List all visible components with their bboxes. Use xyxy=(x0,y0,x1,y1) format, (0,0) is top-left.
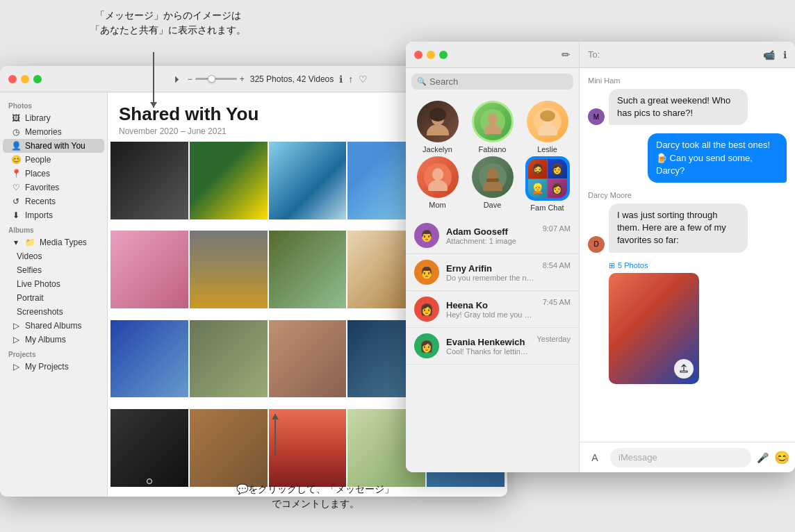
contact-bubble-mom[interactable]: Mom xyxy=(411,156,464,212)
contact-bubble-fabiano[interactable]: Fabiano xyxy=(466,101,518,153)
imports-icon: ⬇ xyxy=(11,210,21,220)
emoji-icon[interactable]: 😊 xyxy=(774,450,789,465)
sidebar-item-shared-albums[interactable]: ▷ Shared Albums xyxy=(3,319,104,333)
sidebar-item-my-projects[interactable]: ▷ My Projects xyxy=(3,360,104,374)
header-icons: 📹 ℹ xyxy=(763,49,787,60)
conv-preview-adam: Attachment: 1 image xyxy=(446,237,536,245)
shared-icon: 👤 xyxy=(11,141,21,151)
sidebar-item-portrait[interactable]: Portrait xyxy=(3,291,104,305)
minimize-button[interactable] xyxy=(21,75,29,83)
annotation-line-bottom xyxy=(274,414,276,456)
photo-cell[interactable] xyxy=(269,142,347,219)
apps-icon[interactable]: A xyxy=(585,448,605,467)
contact-bubbles-grid: Jackelyn Fabiano xyxy=(406,95,579,217)
annotation-top: 「メッセージ」からのイメージは 「あなたと共有」に表示されます。 xyxy=(90,8,246,38)
search-bar[interactable]: 🔍 Search xyxy=(411,74,573,90)
photos-badge: ⊞ 5 Photos xyxy=(609,258,787,273)
photo-cell[interactable] xyxy=(110,320,188,398)
photo-preview[interactable] xyxy=(609,273,699,384)
photo-cell[interactable] xyxy=(190,231,268,308)
bubble-darcy: I was just sorting through them. Here ar… xyxy=(609,203,748,253)
conv-preview-heena: Hey! Gray told me you might have some go… xyxy=(446,310,536,319)
sender-name-mini-ham: Mini Ham xyxy=(588,76,787,85)
slider-thumb xyxy=(208,75,215,83)
msg-minimize-button[interactable] xyxy=(427,51,435,59)
photo-cell[interactable] xyxy=(190,142,268,219)
photo-cell[interactable] xyxy=(269,320,347,398)
sidebar-item-places[interactable]: 📍 Places xyxy=(3,167,104,181)
sidebar-item-screenshots[interactable]: Screenshots xyxy=(3,305,104,319)
svg-point-2 xyxy=(429,108,446,122)
photo-cell[interactable] xyxy=(269,409,347,487)
svg-point-1 xyxy=(427,124,449,135)
folder-icon: 📁 xyxy=(25,238,35,247)
contact-name-fabiano: Fabiano xyxy=(479,145,507,153)
conv-preview-evania: Cool! Thanks for letting me know. xyxy=(446,347,530,356)
contact-bubble-leslie[interactable]: Leslie xyxy=(521,101,573,153)
sidebar-item-media-types[interactable]: ▾ 📁 Media Types xyxy=(3,235,104,249)
conversation-evania[interactable]: 👩 Evania Henkewich Cool! Thanks for lett… xyxy=(406,328,579,365)
photo-cell[interactable] xyxy=(269,231,347,308)
sidebar-section-projects: Projects xyxy=(0,347,107,360)
msg-maximize-button[interactable] xyxy=(439,51,448,59)
search-input[interactable]: Search xyxy=(429,76,568,87)
svg-rect-16 xyxy=(486,178,499,182)
sidebar-item-my-albums[interactable]: ▷ My Albums xyxy=(3,333,104,347)
sidebar-item-videos[interactable]: Videos xyxy=(3,249,104,263)
contact-name-dave: Dave xyxy=(484,201,502,209)
photo-cell[interactable] xyxy=(110,142,188,219)
info-icon[interactable]: ℹ xyxy=(783,49,787,60)
sender-name-darcy: Darcy Moore xyxy=(588,191,787,199)
sidebar-item-memories[interactable]: ◷ Memories xyxy=(3,125,104,139)
video-call-icon[interactable]: 📹 xyxy=(763,49,775,60)
library-icon: 🖼 xyxy=(11,113,21,123)
sidebar-item-live-photos[interactable]: Live Photos xyxy=(3,277,104,291)
photo-cell[interactable] xyxy=(110,409,188,487)
sidebar-item-selfies[interactable]: Selfies xyxy=(3,263,104,277)
contact-bubble-jackelyn[interactable]: Jackelyn xyxy=(411,101,464,153)
conversation-heena[interactable]: 👩 Heena Ko Hey! Gray told me you might h… xyxy=(406,291,579,328)
contact-name-jackelyn: Jackelyn xyxy=(423,145,452,153)
sidebar-item-recents[interactable]: ↺ Recents xyxy=(3,194,104,208)
sidebar-item-shared-with-you[interactable]: 👤 Shared with You xyxy=(3,139,104,153)
share-icon[interactable]: ↑ xyxy=(348,74,353,85)
photo-count-label: 325 Photos, 42 Videos xyxy=(250,74,334,84)
svg-point-11 xyxy=(432,168,443,181)
favorites-icon: ♡ xyxy=(11,183,21,192)
close-button[interactable] xyxy=(8,75,17,83)
heart-icon[interactable]: ♡ xyxy=(359,74,368,85)
bubble-mini-ham: Such a great weekend! Who has pics to sh… xyxy=(609,89,748,125)
contact-bubble-famchat[interactable]: 🧔 👩 👱 👩 Fam Chat xyxy=(521,156,573,212)
sidebar-item-people[interactable]: 😊 People xyxy=(3,153,104,167)
message-input-field[interactable]: iMessage xyxy=(610,448,751,467)
sidebar-item-imports[interactable]: ⬇ Imports xyxy=(3,208,104,222)
zoom-slider[interactable]: − + xyxy=(188,74,245,84)
slideshow-icon[interactable]: ⏵ xyxy=(173,74,182,84)
messages-chat-header: To: 📹 ℹ xyxy=(580,42,795,68)
contact-bubble-dave[interactable]: Dave xyxy=(466,156,518,212)
photo-cell[interactable] xyxy=(190,320,268,398)
msg-row-mini-ham: M Such a great weekend! Who has pics to … xyxy=(588,89,787,125)
photo-cell[interactable] xyxy=(190,409,268,487)
msg-group-mini-ham: Mini Ham M Such a great weekend! Who has… xyxy=(588,76,787,125)
compose-icon[interactable]: ✏ xyxy=(562,49,571,61)
sidebar-item-favorites[interactable]: ♡ Favorites xyxy=(3,181,104,194)
conversation-erny[interactable]: 👨 Erny Arifin Do you remember the name o… xyxy=(406,254,579,291)
msg-row-user: Darcy took all the best ones! 🍺 Can you … xyxy=(588,133,787,183)
messages-traffic-lights xyxy=(414,51,448,59)
info-icon[interactable]: ℹ xyxy=(339,74,343,85)
avatar-erny: 👨 xyxy=(414,260,439,285)
sidebar-item-library[interactable]: 🖼 Library xyxy=(3,111,104,125)
maximize-button[interactable] xyxy=(33,75,42,83)
annotation-bottom: 💬をクリックして、「メッセージ」 でコメントします。 xyxy=(236,482,394,511)
audio-icon[interactable]: 🎤 xyxy=(757,452,769,463)
msg-close-button[interactable] xyxy=(414,51,423,59)
share-photo-button[interactable] xyxy=(674,359,694,379)
svg-point-9 xyxy=(540,110,555,122)
avatar-fabiano xyxy=(472,101,514,142)
msg-group-user: Darcy took all the best ones! 🍺 Can you … xyxy=(588,133,787,183)
conversation-adam[interactable]: 👨 Adam Gooseff Attachment: 1 image 9:07 … xyxy=(406,217,579,254)
photo-cell[interactable] xyxy=(110,231,188,308)
conv-time-erny: 8:54 AM xyxy=(543,260,571,269)
msg-group-darcy: Darcy Moore D I was just sorting through… xyxy=(588,191,787,384)
